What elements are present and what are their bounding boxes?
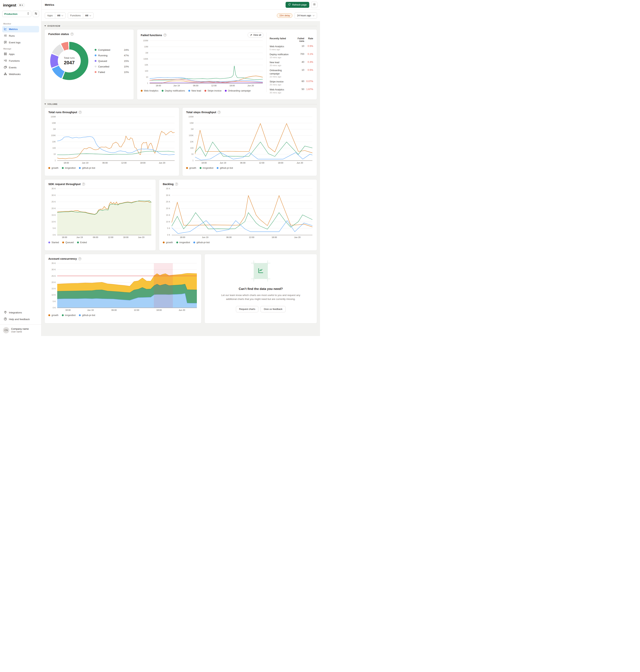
help-tooltip-icon[interactable]: ?: [175, 183, 178, 186]
x-axis-label: 06:00: [240, 162, 246, 164]
y-axis-label: 35 K: [48, 187, 56, 190]
legend-item[interactable]: Queued: [62, 241, 74, 244]
legend-item[interactable]: Queued15%: [94, 60, 129, 62]
refresh-icon: [288, 3, 291, 6]
sdk-request-card: SDK request throughput ? 35 K30 K25 K20 …: [44, 179, 156, 251]
legend-item[interactable]: inngestbot: [176, 241, 190, 244]
app-window: inngest ⌘ K Production Monitor: [0, 0, 320, 336]
function-status-legend: Completed24% Running47% Queued15% Cancel…: [94, 46, 129, 76]
legend-item[interactable]: github-pr-bot: [79, 167, 95, 169]
apps-filter-label: Apps: [45, 13, 55, 18]
legend-item[interactable]: Web Analytics: [141, 89, 158, 92]
card-title: Account concurrency: [48, 257, 77, 260]
recently-failed-table: Recently failed Failed runs Rate Web Ana…: [266, 32, 313, 92]
filter-bar: Apps All Functions All 15m delay: [42, 10, 320, 22]
help-tooltip-icon[interactable]: ?: [218, 111, 221, 114]
time-range-select[interactable]: 24 hours ago: [295, 12, 317, 18]
legend-item[interactable]: github-pr-bot: [193, 241, 209, 244]
y-axis-label: 15 K: [48, 287, 56, 290]
sidebar-item-apps[interactable]: Apps: [2, 51, 39, 57]
y-axis-label: 30 K: [163, 194, 170, 196]
table-row[interactable]: Stripe invoice25 mins ago 600.07%: [270, 80, 313, 86]
y-axis-label: 100: [48, 147, 56, 149]
table-row[interactable]: Deploy notification10 mins ago 7000.1%: [270, 53, 313, 59]
sdk-request-chart: 35 K30 K25 K20 K15 K10 K5 K0 K18:00Jun 1…: [48, 186, 152, 244]
legend-item[interactable]: New lead: [188, 89, 201, 92]
legend-item[interactable]: inngestbot: [62, 167, 76, 169]
help-tooltip-icon[interactable]: ?: [78, 257, 81, 260]
environment-select[interactable]: Production: [2, 11, 31, 17]
environment-filter-button[interactable]: [33, 11, 39, 17]
column-header: Recently failed: [270, 37, 292, 42]
feedback-heading: Can’t find the data you need?: [239, 287, 283, 291]
legend-item[interactable]: Ended: [77, 241, 87, 244]
apps-filter[interactable]: Apps All: [45, 12, 66, 18]
y-axis-label: 10: [141, 76, 148, 78]
command-k-shortcut[interactable]: ⌘ K: [18, 3, 25, 7]
volume-section-header[interactable]: VOLUME: [44, 103, 317, 105]
sidebar-item-label: Help and feedback: [9, 318, 30, 320]
view-all-button[interactable]: View all: [248, 32, 263, 38]
legend-item[interactable]: Completed24%: [94, 48, 129, 51]
legend-item[interactable]: Cancelled10%: [94, 65, 129, 68]
legend-item[interactable]: Failed10%: [94, 71, 129, 73]
legend-item[interactable]: growth: [48, 314, 59, 317]
sidebar-item-event-logs[interactable]: Event logs: [2, 39, 39, 46]
time-range-value: 24 hours ago: [297, 14, 311, 17]
y-axis-label: 30 K: [48, 268, 56, 271]
settings-button[interactable]: [311, 2, 317, 8]
legend-item[interactable]: growth: [163, 241, 173, 244]
legend-item[interactable]: github-pr-bot: [217, 167, 233, 169]
y-axis-label: 1M: [48, 128, 56, 130]
chart-canvas: [172, 188, 312, 235]
backlog-chart: 35 K30 K25 K20 K15 K10 K5 K0 K18:00Jun 1…: [163, 186, 313, 244]
delay-badge: 15m delay: [277, 13, 292, 18]
legend-item[interactable]: github-pr-bot: [79, 314, 95, 317]
sidebar-item-webhooks[interactable]: Webhooks: [2, 71, 39, 77]
help-tooltip-icon[interactable]: ?: [163, 33, 166, 37]
x-axis: 18:00Jun 1906:0012:0018:00Jun 20: [57, 235, 151, 239]
legend-item[interactable]: inngestbot: [62, 314, 76, 317]
sidebar-item-functions[interactable]: Functions: [2, 58, 39, 64]
request-charts-button[interactable]: Request charts: [236, 306, 258, 312]
help-tooltip-icon[interactable]: ?: [71, 33, 74, 35]
chart-canvas: [57, 117, 175, 160]
failed-functions-chart: 100M10M1M100K10K10010118:00Jun 1906:0012…: [141, 38, 263, 92]
help-tooltip-icon[interactable]: ?: [79, 111, 82, 114]
sidebar-item-metrics[interactable]: Metrics: [2, 26, 39, 32]
sidebar-item-label: Integrations: [9, 311, 22, 314]
sidebar-item-help[interactable]: Help and feedback: [2, 316, 39, 323]
overview-section-header[interactable]: OVERVIEW: [44, 25, 317, 27]
table-row[interactable]: Onboarding campaign22 mins ago 100.5%: [270, 69, 313, 78]
help-circle-icon: [4, 317, 7, 321]
refresh-page-button[interactable]: Refresh page: [286, 2, 309, 8]
table-row[interactable]: Web Analytics35 mins ago 501.67%: [270, 88, 313, 94]
legend-item[interactable]: Stripe invoice: [204, 89, 221, 92]
legend-item[interactable]: Onboarding campaign: [225, 89, 251, 92]
x-axis: 18:00Jun 1906:0012:0018:00Jun 20: [172, 235, 312, 239]
total-steps-chart: 100M10M1M100K10K10010118:00Jun 1906:0012…: [186, 114, 313, 169]
y-axis-label: 1: [48, 159, 56, 161]
legend-item[interactable]: inngestbot: [200, 167, 214, 169]
legend-item[interactable]: Started: [48, 241, 59, 244]
apps-grid-icon: [4, 52, 7, 56]
legend-item[interactable]: Deploy notifications: [162, 89, 185, 92]
functions-filter[interactable]: Functions All: [68, 12, 93, 18]
x-axis: 18:00Jun 1906:0012:0018:00Jun 20: [57, 160, 175, 165]
x-axis-label: 18:00: [66, 309, 71, 311]
chart-legend: StartedQueuedEnded: [48, 241, 152, 244]
table-row[interactable]: Web Analytics5 mins ago 100.5%: [270, 45, 313, 51]
account-menu[interactable]: CN Company name User name: [2, 326, 39, 334]
legend-item[interactable]: growth: [186, 167, 196, 169]
sidebar-item-integrations[interactable]: Integrations: [2, 309, 39, 316]
sidebar-item-events[interactable]: Events: [2, 64, 39, 71]
table-row[interactable]: New lead20 mins ago 400.3%: [270, 60, 313, 67]
chart-plot: 35 K30 K25 K20 K15 K10 K5 K0 K18:00Jun 1…: [48, 188, 152, 235]
give-feedback-button[interactable]: Give us feedback: [261, 306, 285, 312]
sidebar-item-runs[interactable]: Runs: [2, 33, 39, 39]
legend-item[interactable]: Running47%: [94, 54, 129, 57]
legend-item[interactable]: growth: [48, 167, 59, 169]
y-axis-label: 15 K: [48, 214, 56, 216]
chart-canvas: [150, 41, 263, 83]
help-tooltip-icon[interactable]: ?: [82, 183, 85, 186]
